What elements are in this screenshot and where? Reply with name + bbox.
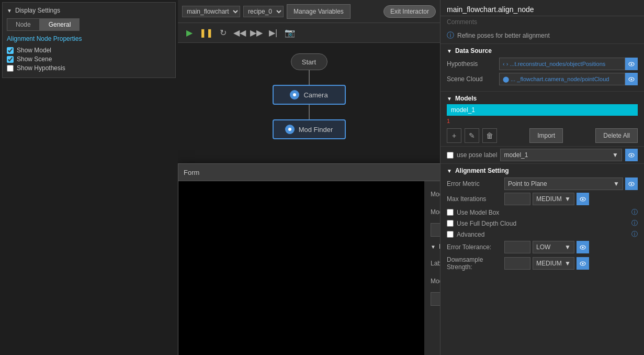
rp-comments: Comments: [440, 16, 644, 28]
tab-general[interactable]: General: [40, 18, 80, 31]
label-row: Label -1: [431, 257, 440, 270]
model-cloud-row: Model Cloud: 3: [431, 205, 440, 219]
alignment-title: Alignment Setting: [455, 167, 509, 174]
downsample-strength-eye-button[interactable]: [577, 257, 589, 270]
downsample-strength-label: Downsample Strength:: [447, 256, 504, 271]
hint-text: Refine poses for better alignment: [457, 32, 550, 39]
model-pose-key: Model Pose: [431, 278, 440, 285]
display-settings-title: Display Settings: [15, 7, 60, 14]
error-metric-dropdown[interactable]: Point to Plane ▼: [504, 178, 623, 190]
error-tolerance-eye-button[interactable]: [577, 241, 589, 253]
hypothesis-value[interactable]: ‹ › ...t.reconstruct_nodes/objectPositio…: [499, 58, 625, 70]
show-model-label: Show Model: [17, 47, 51, 54]
model-cloud-label: Model Cloud:: [431, 208, 440, 216]
scene-cloud-label: Scene Cloud: [447, 75, 499, 83]
show-scene-checkbox[interactable]: [7, 56, 14, 63]
step-back-button[interactable]: ◀◀: [232, 26, 247, 40]
pause-button[interactable]: ❚❚: [199, 26, 213, 40]
use-model-box-checkbox[interactable]: [447, 209, 454, 216]
rp-title: main_flowchart.align_node: [440, 0, 644, 16]
hypothesis-label: Hypothesis: [447, 60, 499, 68]
error-tolerance-arrow: ▼: [564, 243, 571, 251]
camera-label: Camera: [303, 91, 327, 99]
import-button[interactable]: Import: [529, 128, 563, 143]
display-settings-arrow: [7, 7, 12, 14]
error-metric-eye-button[interactable]: [625, 178, 638, 190]
use-full-depth-cloud-checkbox[interactable]: [447, 220, 454, 227]
show-model-checkbox[interactable]: [7, 47, 14, 54]
camera-icon: [290, 90, 299, 99]
advanced-label: Advanced: [457, 231, 484, 238]
advanced-checkbox[interactable]: [447, 231, 454, 238]
skip-button[interactable]: ▶|: [266, 26, 280, 40]
use-full-depth-cloud-info-icon: ⓘ: [631, 219, 638, 228]
delete-model-button[interactable]: 🗑: [482, 128, 497, 143]
hint-icon: ⓘ: [447, 31, 454, 40]
max-iterations-field: [504, 193, 530, 205]
models-arrow: [447, 95, 452, 102]
arrow-1: [309, 70, 310, 85]
define-model-pose-button[interactable]: Define Model Pose: [431, 292, 440, 306]
hypothesis-eye-button[interactable]: [625, 58, 638, 70]
modfinder-node[interactable]: Mod Finder: [273, 119, 346, 139]
play-button[interactable]: ▶: [182, 26, 197, 40]
max-iterations-dropdown[interactable]: MEDIUM ▼: [533, 193, 574, 205]
form-titlebar: Form ? ✕: [178, 164, 440, 181]
step-forward-button[interactable]: ▶▶: [249, 26, 264, 40]
use-pose-label-checkbox[interactable]: [447, 152, 454, 159]
screenshot-button[interactable]: 📷: [283, 26, 297, 40]
svg-point-1: [288, 128, 291, 131]
recipe-dropdown[interactable]: recipe_0: [243, 6, 284, 17]
models-title: Models: [455, 95, 477, 102]
edit-model-button[interactable]: ✎: [465, 128, 479, 143]
model-number: 1: [440, 117, 644, 125]
advanced-info-icon: ⓘ: [631, 230, 638, 239]
scene-cloud-eye-button[interactable]: [625, 73, 638, 85]
downsample-strength-arrow: ▼: [564, 260, 571, 267]
model-params-title: Model Parameters: [439, 243, 440, 250]
use-full-depth-cloud-label: Use Full Depth Cloud: [457, 220, 516, 227]
delete-all-button[interactable]: Delete All: [595, 128, 638, 143]
scene-cloud-value[interactable]: ⬤ ... _flowchart.camera_node/pointCloud: [499, 73, 625, 85]
show-hypothesis-label: Show Hypothesis: [17, 64, 65, 72]
modfinder-label: Mod Finder: [299, 126, 333, 134]
form-preview-area: [178, 181, 424, 355]
svg-point-15: [582, 198, 584, 200]
use-model-box-label: Use Model Box: [457, 209, 499, 216]
svg-point-9: [631, 79, 632, 80]
start-node: Start: [291, 53, 327, 70]
pose-dropdown[interactable]: model_1 ▼: [500, 149, 622, 161]
model-item[interactable]: model_1: [447, 104, 638, 116]
show-hypothesis-checkbox[interactable]: [7, 65, 14, 72]
model-type-label: Model Type: [431, 191, 440, 198]
refresh-button[interactable]: ↻: [216, 26, 230, 40]
svg-point-17: [582, 247, 584, 248]
arrow-2: [309, 105, 310, 119]
datasource-title: Data Source: [455, 47, 492, 54]
datasource-arrow: [447, 47, 452, 54]
form-title: Form: [184, 169, 199, 176]
alignment-node-props-title: Alignment Node Properties: [7, 35, 171, 42]
error-tolerance-field: [504, 241, 530, 253]
pose-eye-button[interactable]: [625, 149, 638, 161]
label-key: Label: [431, 260, 440, 267]
svg-point-13: [631, 183, 632, 185]
max-iterations-eye-button[interactable]: [577, 193, 589, 205]
pose-dropdown-arrow: ▼: [612, 151, 618, 159]
use-pose-label-text: use pose label: [457, 151, 497, 159]
add-model-button[interactable]: +: [447, 128, 461, 143]
params-arrow: [431, 243, 436, 250]
model-type-row: Model Type 2 : From Link ▼: [431, 187, 440, 201]
flowchart-dropdown[interactable]: main_flowchart: [182, 6, 240, 17]
manage-variables-button[interactable]: Manage Variables: [287, 4, 351, 19]
define-model-button[interactable]: Define Model: [431, 223, 440, 237]
svg-point-7: [631, 63, 632, 65]
exit-interactor-button[interactable]: Exit Interactor: [383, 5, 436, 18]
error-tolerance-dropdown[interactable]: LOW ▼: [533, 241, 574, 253]
camera-node[interactable]: Camera: [273, 85, 346, 105]
tab-node[interactable]: Node: [7, 18, 40, 31]
downsample-strength-dropdown[interactable]: MEDIUM ▼: [533, 257, 574, 270]
svg-point-19: [582, 263, 584, 264]
downsample-strength-field: [504, 257, 530, 270]
show-scene-label: Show Scene: [17, 56, 52, 63]
